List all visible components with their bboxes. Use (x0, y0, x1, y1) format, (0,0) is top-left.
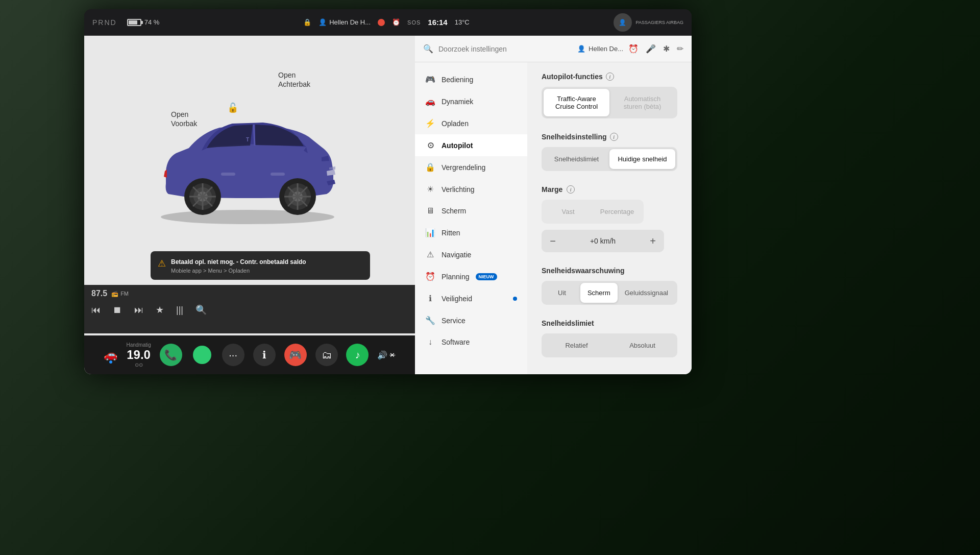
uit-button[interactable]: Uit (544, 283, 580, 303)
speed-stepper: − +0 km/h + (542, 230, 664, 252)
stepper-minus-button[interactable]: − (542, 230, 564, 252)
huidige-snelheid-button[interactable]: Huidige snelheid (609, 149, 675, 169)
snelheidswaarschuwing-section: Snelheidswaarschuwing Uit Scherm Geluids… (542, 267, 677, 305)
snelheidswaarschuwing-title: Snelheidswaarschuwing (542, 267, 677, 275)
nav-item-opladen[interactable]: ⚡ Opladen (415, 112, 527, 134)
favorite-button[interactable]: ★ (156, 304, 164, 316)
volume-control[interactable]: 🔊 ✕ (377, 350, 395, 360)
warning-content: Betaald opl. niet mog. - Contr. onbetaal… (171, 257, 306, 274)
nav-item-software[interactable]: ↓ Software (415, 331, 527, 353)
snelheidswaarschuwing-title-text: Snelheidswaarschuwing (542, 267, 625, 275)
absoluut-button[interactable]: Absoluut (609, 335, 675, 355)
snelheidslimiet-options-group: Relatief Absoluut (542, 333, 677, 357)
info-button[interactable]: ℹ (253, 344, 276, 366)
card-button[interactable]: 🗂 (315, 344, 338, 366)
navigatie-icon: ⚠ (425, 250, 435, 259)
nav-item-service[interactable]: 🔧 Service (415, 309, 527, 331)
nav-item-vergrendeling[interactable]: 🔒 Vergrendeling (415, 156, 527, 178)
temperature-control[interactable]: Handmatig 19.0 ⊙⊙ (126, 342, 151, 368)
airbag-status: PASSAGIERS AIRBAG (636, 20, 683, 25)
more-button[interactable]: ··· (222, 344, 244, 366)
planning-label: Planning (442, 273, 470, 281)
nav-item-planning[interactable]: ⏰ Planning NIEUW (415, 266, 527, 287)
autopilot-icon: ⊙ (425, 140, 435, 150)
edit-icon[interactable]: ✏ (677, 44, 683, 54)
planning-badge: NIEUW (476, 273, 497, 280)
mute-icon: ✕ (389, 351, 395, 359)
marge-info-icon[interactable]: i (567, 185, 575, 194)
autopilot-options-group: Traffic-Aware Cruise Control Automatisch… (542, 87, 677, 118)
nav-item-navigatie[interactable]: ⚠ Navigatie (415, 244, 527, 266)
radio-icon: 📻 (111, 291, 118, 297)
phone-button[interactable]: 📞 (160, 344, 182, 366)
phone-icon: 📞 (164, 349, 177, 361)
temp-unit: ⊙⊙ (135, 362, 143, 368)
scherm-button[interactable]: Scherm (580, 283, 618, 303)
equalizer-button[interactable]: ||| (176, 305, 183, 316)
stop-button[interactable]: ⏹ (113, 305, 122, 316)
info-icon: ℹ (262, 349, 266, 361)
settings-panel: 🔍 👤 Hellen De... ⏰ 🎤 ✱ ✏ 🎮 Bediening (415, 36, 692, 374)
autopilot-info-icon[interactable]: i (606, 73, 614, 81)
service-icon: 🔧 (425, 316, 435, 325)
battery-percent: 74 % (144, 18, 160, 26)
navigatie-label: Navigatie (442, 251, 471, 259)
music-controls[interactable]: ⏮ ⏹ ⏭ ★ ||| 🔍 (91, 304, 408, 316)
percentage-button[interactable]: Percentage (593, 202, 642, 222)
user-name-label: Hellen De H... (329, 18, 371, 26)
planning-icon: ⏰ (425, 272, 435, 281)
speed-setting-info-icon[interactable]: i (610, 133, 618, 141)
bluetooth-icon[interactable]: ✱ (663, 44, 670, 54)
ritten-label: Ritten (442, 229, 460, 237)
taskbar: 🚗 Handmatig 19.0 ⊙⊙ 📞 ··· ℹ 🎮 (84, 335, 415, 374)
geluidssignaal-button[interactable]: Geluidssignaal (618, 283, 675, 303)
alarm-icon: ⏰ (392, 18, 400, 26)
nav-item-verlichting[interactable]: ☀ Verlichting (415, 178, 527, 200)
verlichting-icon: ☀ (425, 184, 435, 194)
speed-setting-title: Snelheidsinstelling i (542, 133, 677, 141)
dynamiek-icon: 🚗 (425, 96, 435, 106)
stepper-plus-button[interactable]: + (642, 230, 664, 252)
mic-icon[interactable]: 🎤 (646, 44, 656, 54)
search-icon: 🔍 (423, 44, 433, 54)
software-icon: ↓ (425, 337, 435, 347)
temperature-display: 13°C (455, 18, 470, 26)
warning-icon: ⚠ (158, 258, 166, 269)
nav-item-bediening[interactable]: 🎮 Bediening (415, 68, 527, 90)
relatief-button[interactable]: Relatief (544, 335, 609, 355)
status-center: 🔒 👤 Hellen De H... ⏰ SOS 16:14 13°C (303, 18, 470, 27)
search-music-button[interactable]: 🔍 (195, 304, 207, 316)
puzzle-button[interactable]: 🎮 (284, 344, 307, 366)
svg-rect-19 (271, 173, 285, 176)
marge-title-text: Marge (542, 185, 562, 194)
search-input[interactable] (438, 45, 572, 53)
music-station: 87.5 (91, 289, 107, 298)
spotify-icon: ♪ (355, 349, 360, 361)
achterbak-label[interactable]: Open Achterbak (278, 70, 310, 89)
volume-icon: 🔊 (377, 350, 387, 360)
clock-icon[interactable]: ⏰ (628, 44, 639, 54)
nav-item-scherm[interactable]: 🖥 Scherm (415, 200, 527, 222)
traffic-aware-button[interactable]: Traffic-Aware Cruise Control (544, 89, 609, 116)
status-user: 👤 Hellen De H... (318, 18, 371, 26)
profile-avatar[interactable]: 👤 (614, 13, 632, 32)
nav-item-autopilot[interactable]: ⊙ Autopilot (415, 134, 527, 156)
nav-item-veiligheid[interactable]: ℹ Veiligheid (415, 287, 527, 309)
settings-body: 🎮 Bediening 🚗 Dynamiek ⚡ Opladen ⊙ Autop… (415, 62, 692, 374)
marge-options-group: Vast Percentage (542, 200, 644, 224)
spotify-button[interactable]: ♪ (346, 344, 369, 366)
green-button[interactable] (191, 344, 213, 366)
warning-title: Betaald opl. niet mog. - Contr. onbetaal… (171, 258, 306, 266)
autosteer-button[interactable]: Automatisch sturen (bèta) (609, 89, 675, 116)
temp-value-display: 19.0 (127, 348, 151, 362)
nav-item-dynamiek[interactable]: 🚗 Dynamiek (415, 90, 527, 112)
car-taskbar-icon[interactable]: 🚗 (104, 348, 117, 361)
next-track-button[interactable]: ⏭ (134, 305, 143, 316)
nav-item-ritten[interactable]: 📊 Ritten (415, 222, 527, 244)
service-label: Service (442, 317, 465, 325)
svg-rect-18 (221, 173, 235, 176)
prev-track-button[interactable]: ⏮ (91, 305, 101, 316)
verlichting-label: Verlichting (442, 185, 475, 194)
vast-button[interactable]: Vast (544, 202, 593, 222)
snelheidslimiet-button[interactable]: Snelheidslimiet (544, 149, 609, 169)
